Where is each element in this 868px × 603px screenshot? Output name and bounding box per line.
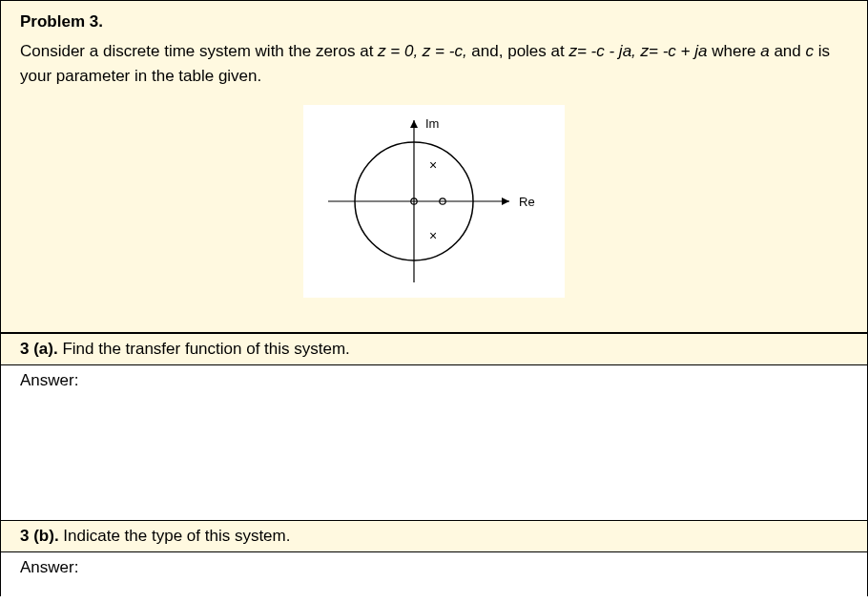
question-3a-box: 3 (a). Find the transfer function of thi…: [1, 333, 867, 365]
problem-statement-box: Problem 3. Consider a discrete time syst…: [1, 0, 867, 333]
pole-marker-upper-icon: ×: [429, 157, 437, 173]
question-3a-label: 3 (a).: [20, 340, 58, 358]
re-axis-label: Re: [519, 195, 535, 209]
pole-zero-svg: × × Im Re: [309, 111, 548, 292]
im-axis-label: Im: [425, 116, 439, 131]
pole-zero-diagram: × × Im Re: [303, 105, 565, 298]
problem-title: Problem 3.: [20, 12, 848, 31]
text-segment: Consider a discrete time system with the…: [20, 42, 378, 60]
question-3b-text: Indicate the type of this system.: [59, 527, 291, 545]
variable-c: c: [806, 42, 815, 60]
diagram-area: × × Im Re: [20, 88, 848, 319]
imag-axis-arrow-icon: [410, 120, 418, 128]
question-3b-label: 3 (b).: [20, 527, 59, 545]
answer-3b-space: [20, 577, 848, 591]
question-3a-text: Find the transfer function of this syste…: [58, 340, 350, 358]
equation-text: z = 0, z = -c,: [378, 42, 467, 60]
problem-text: Consider a discrete time system with the…: [20, 39, 848, 88]
answer-3a-space: [20, 390, 848, 514]
variable-a: a: [760, 42, 769, 60]
real-axis-arrow-icon: [502, 198, 509, 205]
answer-3b-area: Answer:: [1, 552, 867, 596]
document-container: Problem 3. Consider a discrete time syst…: [0, 0, 868, 596]
pole-marker-lower-icon: ×: [429, 228, 437, 243]
text-segment: where: [707, 42, 760, 60]
equation-text: z= -c - ja, z= -c + ja: [568, 42, 707, 60]
answer-label: Answer:: [20, 558, 78, 576]
text-segment: and, poles at: [467, 42, 569, 60]
question-3b-box: 3 (b). Indicate the type of this system.: [1, 520, 867, 552]
answer-label: Answer:: [20, 371, 78, 389]
answer-3a-area: Answer:: [1, 365, 867, 520]
text-segment: and: [770, 42, 806, 60]
